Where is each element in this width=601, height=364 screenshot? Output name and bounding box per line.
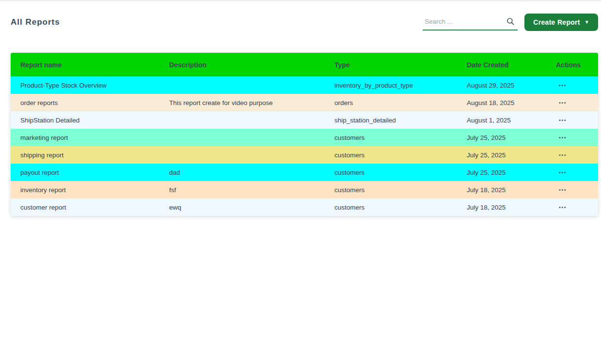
row-actions-menu-button[interactable]: ••• xyxy=(556,168,569,177)
report-actions-cell: ••• xyxy=(546,146,598,164)
report-table-body: Product-Type Stock Overview inventory_by… xyxy=(11,76,598,216)
report-actions-cell: ••• xyxy=(546,129,598,146)
report-type-cell: customers xyxy=(325,164,457,181)
table-row[interactable]: Product-Type Stock Overview inventory_by… xyxy=(11,76,598,94)
page-header: All Reports Create Report ▼ xyxy=(11,11,598,33)
column-header-report-name: Report name xyxy=(11,53,159,76)
report-description-cell: ewq xyxy=(159,198,325,216)
column-header-date-created: Date Created xyxy=(457,53,546,76)
report-date-cell: August 18, 2025 xyxy=(457,94,546,111)
table-row[interactable]: payout report dad customers July 25, 202… xyxy=(11,164,598,181)
report-name-cell: inventory report xyxy=(11,181,159,198)
report-type-cell: ship_station_detailed xyxy=(325,111,457,129)
report-name-cell: Product-Type Stock Overview xyxy=(11,76,159,94)
report-description-cell: fsf xyxy=(159,181,325,198)
report-description-cell: This report create for video purpose xyxy=(159,94,325,111)
create-report-label: Create Report xyxy=(533,18,580,26)
report-date-cell: August 1, 2025 xyxy=(457,111,546,129)
report-type-cell: inventory_by_product_type xyxy=(325,76,457,94)
report-type-cell: orders xyxy=(325,94,457,111)
table-row[interactable]: ShipStation Detailed ship_station_detail… xyxy=(11,111,598,129)
report-description-cell: dad xyxy=(159,164,325,181)
report-actions-cell: ••• xyxy=(546,76,598,94)
search-icon[interactable] xyxy=(506,17,515,26)
table-row[interactable]: shipping report customers July 25, 2025 … xyxy=(11,146,598,164)
report-type-cell: customers xyxy=(325,181,457,198)
report-name-cell: payout report xyxy=(11,164,159,181)
report-date-cell: July 25, 2025 xyxy=(457,164,546,181)
report-name-cell: marketing report xyxy=(11,129,159,146)
page-title: All Reports xyxy=(11,17,60,27)
row-actions-menu-button[interactable]: ••• xyxy=(556,98,569,107)
report-date-cell: July 18, 2025 xyxy=(457,181,546,198)
report-actions-cell: ••• xyxy=(546,198,598,216)
column-header-actions: Actions xyxy=(546,53,598,76)
report-date-cell: July 25, 2025 xyxy=(457,146,546,164)
table-row[interactable]: inventory report fsf customers July 18, … xyxy=(11,181,598,198)
table-row[interactable]: customer report ewq customers July 18, 2… xyxy=(11,198,598,216)
reports-table-card: Report name Description Type Date Create… xyxy=(11,53,598,216)
header-actions: Create Report ▼ xyxy=(423,14,598,31)
report-date-cell: August 29, 2025 xyxy=(457,76,546,94)
report-name-cell: shipping report xyxy=(11,146,159,164)
row-actions-menu-button[interactable]: ••• xyxy=(556,203,569,212)
report-name-cell: customer report xyxy=(11,198,159,216)
chevron-down-icon: ▼ xyxy=(585,20,589,25)
report-description-cell xyxy=(159,111,325,129)
report-actions-cell: ••• xyxy=(546,181,598,198)
reports-table: Report name Description Type Date Create… xyxy=(11,53,598,216)
search-box xyxy=(423,14,518,30)
row-actions-menu-button[interactable]: ••• xyxy=(556,185,569,195)
table-row[interactable]: order reports This report create for vid… xyxy=(11,94,598,111)
report-date-cell: July 25, 2025 xyxy=(457,129,546,146)
row-actions-menu-button[interactable]: ••• xyxy=(556,133,569,142)
report-description-cell xyxy=(159,76,325,94)
report-description-cell xyxy=(159,146,325,164)
report-description-cell xyxy=(159,129,325,146)
create-report-button[interactable]: Create Report ▼ xyxy=(524,14,598,31)
column-header-type: Type xyxy=(325,53,457,76)
table-row[interactable]: marketing report customers July 25, 2025… xyxy=(11,129,598,146)
search-input[interactable] xyxy=(423,16,500,28)
report-name-cell: order reports xyxy=(11,94,159,111)
page-top-divider xyxy=(0,0,601,2)
row-actions-menu-button[interactable]: ••• xyxy=(556,116,569,125)
reports-table-header: Report name Description Type Date Create… xyxy=(11,53,598,76)
report-actions-cell: ••• xyxy=(546,111,598,129)
report-actions-cell: ••• xyxy=(546,164,598,181)
report-type-cell: customers xyxy=(325,146,457,164)
report-date-cell: July 18, 2025 xyxy=(457,198,546,216)
row-actions-menu-button[interactable]: ••• xyxy=(556,151,569,160)
row-actions-menu-button[interactable]: ••• xyxy=(556,81,569,90)
column-header-description: Description xyxy=(159,53,325,76)
report-type-cell: customers xyxy=(325,129,457,146)
report-actions-cell: ••• xyxy=(546,94,598,111)
report-name-cell: ShipStation Detailed xyxy=(11,111,159,129)
report-type-cell: customers xyxy=(325,198,457,216)
